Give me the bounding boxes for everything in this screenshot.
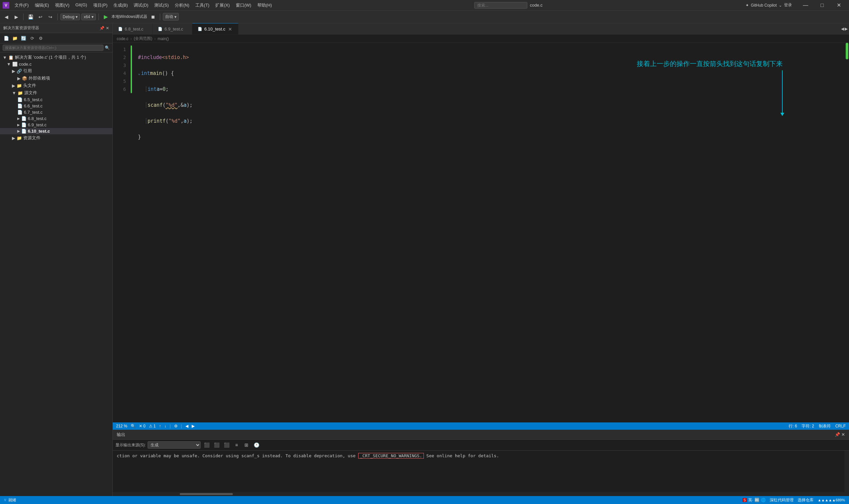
status-warnings[interactable]: ⚠ 1 [149,424,156,428]
editor-vertical-scrollbar[interactable] [844,43,849,422]
breadcrumb-scope[interactable]: (全局范围) [134,36,152,41]
close-button[interactable]: ✕ [831,0,846,11]
tree-folder-references[interactable]: ▶ 🔗 引用 [0,67,112,75]
menu-view[interactable]: 视图(V) [52,2,72,9]
file69-label: 6.9_test.c [28,122,47,127]
minimize-button[interactable]: — [798,0,813,11]
sidebar-close-icon[interactable]: ✕ [106,26,109,31]
tab-scroll-left-icon[interactable]: ◀ [841,26,844,31]
sidebar-settings-btn[interactable]: ⚙ [37,35,44,42]
menu-extensions[interactable]: 扩展(X) [213,2,232,9]
build-mode-dropdown[interactable]: 自动 ▾ [163,13,179,21]
tree-folder-external-deps[interactable]: ▶ 📦 外部依赖项 [0,75,112,82]
tree-solution[interactable]: ▼ 📋 解决方案 'code.c' (1 个项目，共 1 个) [0,54,112,61]
platform-dropdown[interactable]: x64 ▾ [81,14,95,20]
breadcrumb-file[interactable]: code.c [117,36,128,41]
output-btn-2[interactable]: ⬛ [213,441,220,449]
tabs-bar: 📄 6.8_test.c 📄 6.9_test.c 📄 6.10_test.c … [113,23,849,35]
sidebar-search-input[interactable] [3,45,104,51]
sidebar-new-folder-btn[interactable]: 📁 [11,35,19,42]
menu-file[interactable]: 文件(F) [12,2,32,9]
output-scroll-thumb-h[interactable] [180,493,233,495]
menu-tools[interactable]: 工具(T) [193,2,212,9]
sidebar-search-icon[interactable]: 🔍 [105,46,110,50]
status-zoom-icon[interactable]: 🔍 [131,424,136,428]
tree-file-67[interactable]: 📄 6.7_test.c [0,109,112,115]
maximize-button[interactable]: □ [814,0,830,11]
login-label[interactable]: 登录 [784,2,792,8]
toolbar-save-all[interactable]: 💾 [26,13,35,21]
menu-build[interactable]: 生成(B) [111,2,130,9]
nav-right-icon[interactable]: ▶ [192,424,195,428]
run-debugger-button[interactable]: ▶ [102,13,110,21]
tree-file-68[interactable]: ▶ 📄 6.8_test.c [0,115,112,122]
file68-expand: ▶ [17,117,20,120]
output-btn-1[interactable]: ⬛ [203,441,211,449]
output-close-icon[interactable]: ✕ [842,432,845,437]
sidebar-sync-btn[interactable]: ⟳ [29,35,36,42]
code-editor[interactable]: 1 2 3 4 5 6 #include <stdio.h> ⌄int main… [113,43,844,422]
menu-analyze[interactable]: 分析(N) [172,2,192,9]
tab-68[interactable]: 📄 6.8_test.c [113,23,152,35]
debug-config-dropdown[interactable]: Debug ▾ [60,14,80,20]
input-method-group[interactable]: S 英· 🔤 🌐 [743,497,766,503]
tree-file-610[interactable]: ▶ 📄 6.10_test.c [0,128,112,134]
res-icon: 📁 [17,136,22,141]
tree-file-69[interactable]: ▶ 📄 6.9_test.c [0,122,112,128]
output-toolbar: 显示输出来源(S): 生成 ⬛ ⬛ ⬛ ≡ ⊞ 🕐 [113,440,849,451]
toolbar-redo[interactable]: ↪ [46,13,55,21]
menu-help[interactable]: 帮助(H) [255,2,275,9]
menu-debug[interactable]: 调试(D) [131,2,151,9]
menu-window[interactable]: 窗口(W) [233,2,254,9]
sidebar-pin-icon[interactable]: 📌 [100,26,105,31]
output-btn-4[interactable]: ≡ [233,441,240,449]
project-icon: ⬜ [12,62,18,67]
toolbar-undo[interactable]: ↩ [36,13,45,21]
select-repo-label[interactable]: 选择仓库 [798,497,814,503]
tab-610-close[interactable]: ✕ [228,26,233,32]
output-btn-5[interactable]: ⊞ [242,441,250,449]
toolbar-forward-btn[interactable]: ▶ [12,13,21,21]
sidebar-toolbar: 📄 📁 🔄 ⟳ ⚙ [0,33,112,43]
menu-edit[interactable]: 编辑(E) [32,2,52,9]
modified-lines-bar [131,46,132,93]
nav-down-icon[interactable]: ↓ [164,424,166,428]
tree-folder-resources[interactable]: ▶ 📁 资源文件 [0,134,112,142]
menu-git[interactable]: Git(G) [73,2,90,9]
title-search-input[interactable] [474,2,527,8]
tab-610[interactable]: 📄 6.10_test.c ✕ [192,23,238,35]
nav-up-icon[interactable]: ↑ [159,424,161,428]
toolbar-back-btn[interactable]: ◀ [2,13,11,21]
breadcrumb-function[interactable]: main() [158,36,169,41]
editor-scroll-thumb[interactable] [846,43,848,59]
copilot-label[interactable]: GitHub Copilot [751,3,777,7]
output-horizontal-scrollbar[interactable] [113,492,844,496]
status-zoom[interactable]: 212 % [116,424,127,428]
tree-file-65[interactable]: 📄 6.5_test.c [0,96,112,103]
menu-test[interactable]: 测试(S) [151,2,171,9]
tree-project-codec[interactable]: ▼ ⬜ code.c [0,61,112,67]
output-pin-icon[interactable]: 📌 [835,432,840,437]
output-btn-3[interactable]: ⬛ [222,441,231,449]
ext-icon: 📦 [22,76,27,81]
editor-status-bar: 212 % 🔍 ✕ 0 ⚠ 1 ↑ ↓ | ⚙ | ◀ ▶ 行: 6 [113,422,849,430]
tree-folder-source[interactable]: ▼ 📁 源文件 [0,89,112,96]
code-content[interactable]: #include <stdio.h> ⌄int main() { ┆ int a… [134,43,844,422]
tab-scroll-right-icon[interactable]: ▶ [845,26,848,31]
status-errors[interactable]: ✕ 0 [139,424,146,428]
output-source-select[interactable]: 生成 [148,441,201,449]
tab-69[interactable]: 📄 6.9_test.c [152,23,192,35]
sidebar-new-file-btn[interactable]: 📄 [3,35,10,42]
tree-folder-headers[interactable]: ▶ 📁 头文件 [0,82,112,89]
nav-left-icon[interactable]: ◀ [185,424,188,428]
output-btn-6[interactable]: 🕐 [252,441,260,449]
toolbar-stop-btn[interactable]: ⏹ [149,13,157,21]
sidebar-refresh-btn[interactable]: 🔄 [20,35,27,42]
settings-icon[interactable]: ⚙ [174,424,178,428]
tree-file-66[interactable]: 📄 6.6_test.c [0,103,112,109]
editor-scroll-track[interactable] [844,43,849,422]
code-mgmt-label[interactable]: 深红代码管理 [770,497,794,503]
output-vertical-scrollbar[interactable] [844,451,849,496]
menu-project[interactable]: 项目(P) [91,2,110,9]
solution-label: 解决方案 'code.c' (1 个项目，共 1 个) [15,54,86,60]
